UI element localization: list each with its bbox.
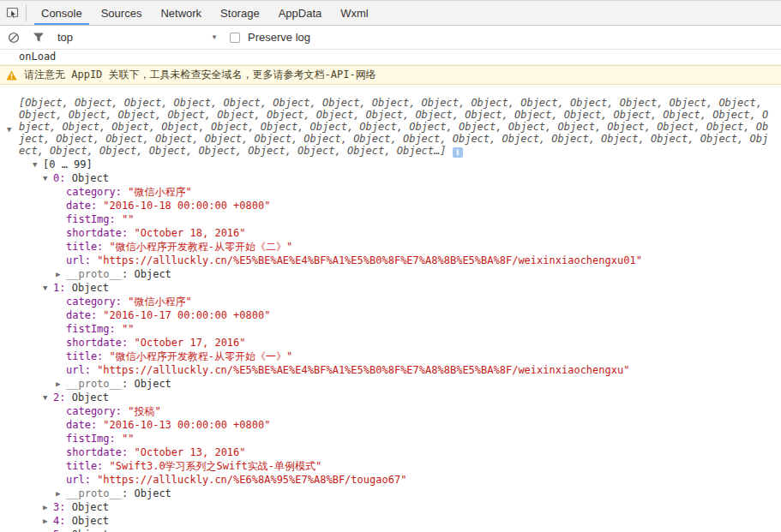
property-key: fistImg:: [66, 213, 122, 225]
item-type: Object: [72, 172, 109, 184]
property-row: fistImg: "": [0, 432, 781, 445]
inspect-element-icon: [6, 6, 20, 20]
property-key: title:: [66, 350, 110, 362]
property-value: "https://allluckly.cn/%E6%8A%95%E7%A8%BF…: [97, 474, 406, 486]
array-item-row[interactable]: ▶3: Object: [0, 500, 781, 514]
array-item-row[interactable]: ▼1: Object: [0, 281, 781, 295]
array-range-row[interactable]: ▼[0 … 99]: [0, 158, 781, 171]
property-key: date:: [66, 309, 103, 321]
property-value: "": [122, 323, 134, 335]
property-key: shortdate:: [66, 446, 134, 458]
expand-icon[interactable]: ▶: [43, 500, 47, 514]
property-value: "https://allluckly.cn/%E5%BE%AE%E4%BF%A1…: [97, 254, 642, 266]
array-item-row[interactable]: ▶5: Object: [0, 528, 781, 532]
tab-wxml[interactable]: Wxml: [331, 1, 378, 25]
property-value: "微信小程序": [128, 296, 191, 308]
property-key: shortdate:: [66, 227, 134, 239]
item-type: Object: [72, 501, 109, 513]
tabbar-divider: [26, 4, 27, 21]
collapse-icon[interactable]: ▼: [43, 281, 47, 295]
info-icon[interactable]: i: [453, 147, 463, 158]
property-value: "2016-10-18 00:00:00 +0800": [103, 200, 270, 212]
item-index: 2:: [53, 392, 72, 403]
log-entry-expand-icon[interactable]: ▼: [7, 125, 11, 134]
console-warning-row: 请注意无 AppID 关联下，工具未检查安全域名，更多请参考文档-API-网络: [0, 65, 781, 85]
property-key: shortdate:: [66, 337, 134, 349]
item-index: 0:: [53, 172, 72, 184]
property-row: date: "2016-10-17 00:00:00 +0800": [0, 308, 781, 322]
property-key: url:: [66, 364, 97, 376]
property-row: category: "微信小程序": [0, 295, 781, 308]
expand-icon[interactable]: ▶: [56, 267, 60, 281]
proto-key: __proto__: [66, 487, 122, 499]
item-type: Object: [72, 392, 109, 403]
property-key: category:: [66, 186, 128, 198]
property-value: "2016-10-17 00:00:00 +0800": [103, 309, 270, 321]
property-value: "": [122, 213, 134, 225]
property-value: "Swift3.0学习系列之Swift实战-单例模式": [110, 460, 322, 472]
expand-icon[interactable]: ▶: [56, 487, 60, 500]
proto-row[interactable]: ▶__proto__: Object: [0, 377, 781, 391]
filter-funnel-icon: [33, 32, 45, 43]
property-key: fistImg:: [66, 323, 122, 335]
property-row: url: "https://allluckly.cn/%E6%8A%95%E7%…: [0, 473, 781, 487]
property-value: "October 17, 2016": [134, 337, 245, 349]
proto-type: : Object: [122, 378, 171, 390]
array-preview: [Object, Object, Object, Object, Object,…: [19, 97, 770, 158]
proto-row[interactable]: ▶__proto__: Object: [0, 487, 781, 500]
item-type: Object: [72, 529, 109, 532]
property-row: category: "投稿": [0, 404, 781, 418]
property-row: date: "2016-10-13 00:00:00 +0800": [0, 418, 781, 432]
warning-triangle-icon: [6, 70, 17, 81]
filter-button[interactable]: [33, 32, 45, 43]
tabs: Console Sources Network Storage AppData …: [32, 1, 378, 25]
property-row: category: "微信小程序": [0, 185, 781, 199]
expand-icon[interactable]: ▶: [43, 514, 47, 528]
expand-icon[interactable]: ▶: [56, 377, 60, 391]
item-index: 1:: [53, 282, 72, 294]
tab-appdata[interactable]: AppData: [269, 1, 332, 25]
context-dropdown-caret-icon[interactable]: ▼: [211, 33, 218, 41]
clear-console-icon: [8, 32, 20, 44]
property-row: fistImg: "": [0, 212, 781, 226]
property-key: title:: [66, 241, 110, 253]
preserve-log-checkbox[interactable]: [230, 33, 240, 43]
property-value: "October 13, 2016": [134, 446, 245, 458]
collapse-icon[interactable]: ▼: [33, 158, 37, 171]
item-index: 5:: [53, 529, 72, 532]
property-row: title: "微信小程序开发教程-从零开始《一》": [0, 350, 781, 363]
property-value: "微信小程序": [128, 186, 191, 198]
property-row: shortdate: "October 13, 2016": [0, 445, 781, 459]
property-key: date:: [66, 419, 103, 431]
array-log-entry: ▼ [Object, Object, Object, Object, Objec…: [0, 97, 781, 532]
devtools-tabbar: Console Sources Network Storage AppData …: [0, 1, 781, 26]
console-output: onLoad 请注意无 AppID 关联下，工具未检查安全域名，更多请参考文档-…: [0, 50, 781, 532]
clear-console-button[interactable]: [8, 32, 20, 44]
property-value: "投稿": [128, 405, 160, 417]
proto-key: __proto__: [66, 378, 122, 390]
property-value: "October 18, 2016": [134, 227, 245, 239]
console-toolbar: top ▼ Preserve log: [0, 26, 781, 50]
proto-type: : Object: [122, 268, 171, 280]
tab-sources[interactable]: Sources: [92, 1, 152, 25]
array-item-row[interactable]: ▼2: Object: [0, 391, 781, 404]
preserve-log-label: Preserve log: [248, 31, 310, 44]
item-index: 3:: [53, 501, 72, 513]
tab-storage[interactable]: Storage: [211, 1, 269, 25]
proto-type: : Object: [122, 487, 171, 499]
property-row: date: "2016-10-18 00:00:00 +0800": [0, 199, 781, 212]
property-row: url: "https://allluckly.cn/%E5%BE%AE%E4%…: [0, 363, 781, 377]
execution-context-selector[interactable]: top: [57, 31, 73, 44]
expand-icon[interactable]: ▶: [43, 528, 47, 532]
proto-row[interactable]: ▶__proto__: Object: [0, 267, 781, 281]
collapse-icon[interactable]: ▼: [43, 171, 47, 185]
array-item-row[interactable]: ▼0: Object: [0, 171, 781, 185]
property-row: shortdate: "October 17, 2016": [0, 336, 781, 350]
inspect-element-button[interactable]: [0, 1, 26, 25]
property-key: url:: [66, 254, 97, 266]
tab-network[interactable]: Network: [151, 1, 211, 25]
collapse-icon[interactable]: ▼: [43, 391, 47, 404]
property-value: "微信小程序开发教程-从零开始《二》": [110, 241, 293, 253]
tab-console[interactable]: Console: [32, 1, 92, 25]
array-item-row[interactable]: ▶4: Object: [0, 514, 781, 528]
